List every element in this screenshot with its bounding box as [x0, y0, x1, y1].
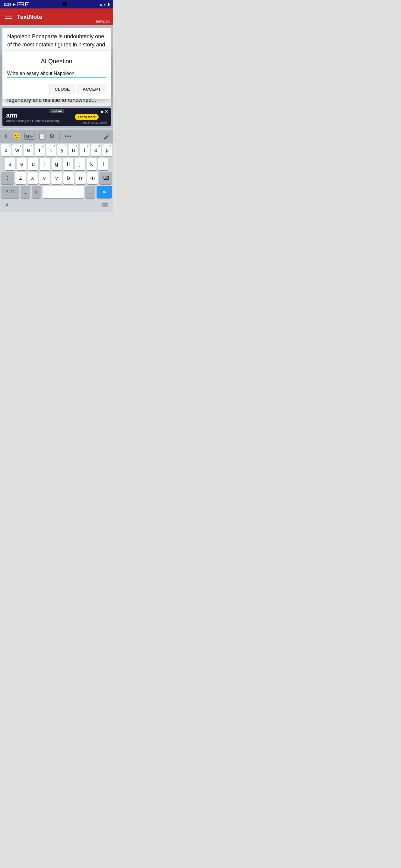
key-k[interactable]: k: [87, 158, 97, 170]
key-t[interactable]: t5: [46, 144, 56, 157]
key-u[interactable]: u7: [68, 144, 78, 157]
key-y[interactable]: y6: [57, 144, 67, 157]
main-wrapper: Napoleon Bonaparte is undoubtedly one of…: [0, 25, 113, 128]
toolbar-divider: [59, 133, 60, 140]
play-icon: ▶: [13, 3, 16, 6]
filename-label: new2.txt: [96, 19, 110, 24]
keyboard-back-button[interactable]: [2, 133, 9, 140]
ad-brand: ARM | Nasdaq Listed: [82, 121, 107, 124]
key-n[interactable]: n: [76, 172, 86, 184]
ad-close-icon: ✕: [105, 109, 108, 114]
key-p[interactable]: p0: [102, 144, 112, 157]
key-g[interactable]: g: [52, 158, 62, 170]
keyboard-row-3: ⇧ z x c v b n m ⌫: [1, 172, 112, 184]
close-button[interactable]: CLOSE: [50, 84, 75, 94]
ad-learn-more-button[interactable]: Learn More: [75, 114, 99, 120]
key-h[interactable]: h: [63, 158, 73, 170]
sim-icon: SIM: [18, 2, 24, 6]
backspace-key[interactable]: ⌫: [99, 172, 112, 184]
app-title: TextNote: [17, 13, 42, 21]
dialog-overlay: AI Question CLOSE ACCEPT: [0, 51, 113, 99]
key-b[interactable]: b: [63, 172, 74, 184]
key-v[interactable]: v: [51, 172, 62, 184]
emoji-key[interactable]: ☺: [32, 186, 41, 198]
dialog-buttons: CLOSE ACCEPT: [7, 84, 106, 94]
key-d[interactable]: d: [28, 158, 38, 170]
keyboard-layout-icon[interactable]: ⌨: [102, 202, 108, 208]
more-button[interactable]: •••: [64, 133, 71, 139]
clipboard-button[interactable]: 📋: [38, 133, 46, 140]
a-icon: A: [25, 2, 29, 6]
key-q[interactable]: q1: [1, 144, 11, 157]
keyboard-row-1: q1 w2 e3 r4 t5 y6 u7 i8 o9 p0: [1, 144, 112, 157]
period-key[interactable]: .: [85, 186, 95, 198]
status-left: 8:19 ▶ SIM A: [4, 2, 29, 7]
key-m[interactable]: m: [87, 172, 98, 184]
keyboard-nav-bar: ∨ ⌨: [0, 200, 113, 210]
comma-key[interactable]: ,: [21, 186, 30, 198]
battery-icon: ▮: [108, 2, 110, 6]
return-key[interactable]: ⏎: [96, 186, 112, 198]
key-c[interactable]: c: [39, 172, 50, 184]
shift-key[interactable]: ⇧: [1, 172, 14, 184]
symbols-key[interactable]: ?123: [1, 186, 19, 198]
keyboard-row-2: a s d f g h j k l: [1, 158, 112, 170]
accept-button[interactable]: ACCEPT: [78, 84, 106, 94]
ai-question-dialog: AI Question CLOSE ACCEPT: [2, 51, 111, 99]
dialog-title: AI Question: [7, 58, 106, 65]
ad-banner: Test Ad arm Arm is Building the Future o…: [2, 108, 111, 126]
key-s[interactable]: s: [17, 158, 27, 170]
dialog-input-container: [7, 71, 106, 78]
key-a[interactable]: a: [5, 158, 15, 170]
key-o[interactable]: o9: [91, 144, 101, 157]
keyboard-collapse-chevron[interactable]: ∨: [5, 201, 9, 208]
keyboard-row-4: ?123 , ☺ . ⏎: [1, 186, 112, 198]
space-key[interactable]: [43, 186, 84, 198]
camera-pill: [62, 2, 67, 6]
emoji-keyboard-button[interactable]: 🙂: [13, 132, 21, 140]
dialog-input[interactable]: [7, 71, 106, 76]
wifi-icon: ▴: [100, 2, 102, 7]
ad-description: Arm is Building the Future of Computing.: [6, 119, 60, 123]
ad-close-button[interactable]: ▶ ✕: [101, 109, 108, 114]
signal-icon: ▲: [103, 2, 107, 6]
status-right: ▴ ▲ ▮: [100, 2, 110, 7]
keyboard: 🙂 GIF 📋 ⚙ ••• 🎤 q1 w2 e3 r4 t5 y6 u7 i8 …: [0, 128, 113, 212]
key-x[interactable]: x: [27, 172, 38, 184]
status-bar: 8:19 ▶ SIM A ▴ ▲ ▮: [0, 0, 113, 8]
mic-button[interactable]: 🎤: [103, 133, 111, 140]
ad-play-icon: ▶: [101, 109, 104, 114]
key-e[interactable]: e3: [24, 144, 33, 157]
ad-label: Test Ad: [49, 109, 64, 113]
key-z[interactable]: z: [16, 172, 26, 184]
key-w[interactable]: w2: [12, 144, 22, 157]
key-j[interactable]: j: [75, 158, 85, 170]
hamburger-menu[interactable]: [5, 15, 12, 19]
settings-button[interactable]: ⚙: [49, 133, 55, 140]
key-i[interactable]: i8: [80, 144, 89, 157]
key-f[interactable]: f: [40, 158, 50, 170]
time: 8:19: [4, 2, 11, 7]
app-bar: TextNote new2.txt: [0, 8, 113, 25]
keyboard-toolbar: 🙂 GIF 📋 ⚙ ••• 🎤: [0, 130, 113, 143]
key-l[interactable]: l: [98, 158, 108, 170]
key-r[interactable]: r4: [35, 144, 45, 157]
gif-button[interactable]: GIF: [24, 133, 34, 140]
